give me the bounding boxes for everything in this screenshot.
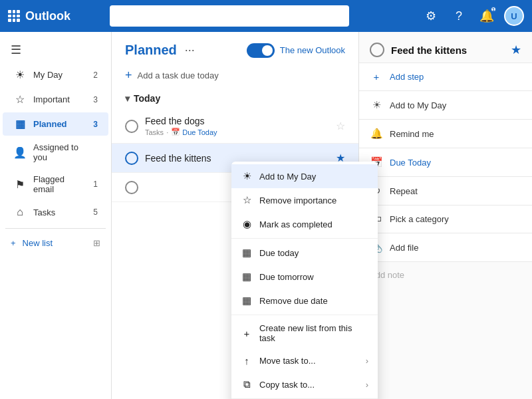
- star-outline-icon: ☆: [13, 93, 27, 106]
- sidebar-item-tasks-label: Tasks: [33, 207, 86, 217]
- top-bar: Outlook ⚙ ? 🔔 1 U: [0, 0, 532, 32]
- remind-me-label: Remind me: [390, 129, 434, 139]
- new-outlook-toggle[interactable]: The new Outlook: [247, 43, 345, 58]
- help-icon[interactable]: ?: [448, 5, 469, 27]
- add-task-icon: +: [125, 68, 132, 82]
- ctx-copy-task[interactable]: ⧉ Copy task to... ›: [231, 372, 378, 396]
- sidebar-item-my-day[interactable]: ☀ My Day 2: [3, 63, 108, 86]
- ctx-due-tomorrow[interactable]: ▦ Due tomorrow: [231, 265, 378, 289]
- task-circle-feed-kittens[interactable]: [125, 152, 138, 165]
- right-add-step[interactable]: + Add step: [359, 63, 532, 91]
- task-circle-feed-dogs[interactable]: [125, 120, 138, 133]
- hamburger-icon[interactable]: ☰: [0, 37, 111, 63]
- ctx-due-today[interactable]: ▦ Due today: [231, 241, 378, 265]
- right-pick-category[interactable]: 🏷 Pick a category: [359, 205, 532, 233]
- add-file-label: Add file: [390, 243, 418, 253]
- sidebar-item-tasks-count: 5: [93, 207, 98, 217]
- right-task-star[interactable]: ★: [511, 43, 521, 57]
- ctx-move-task[interactable]: ↑ Move task to... ›: [231, 349, 378, 372]
- ctx-due-today-label: Due today: [259, 248, 299, 258]
- toggle-control[interactable]: [247, 43, 275, 58]
- cal-remove-icon: ▦: [241, 295, 253, 307]
- ctx-create-new-list[interactable]: + Create new list from this task: [231, 317, 378, 349]
- ctx-due-tomorrow-label: Due tomorrow: [259, 272, 314, 282]
- dot-separator: ·: [166, 128, 168, 136]
- ctx-copy-task-label: Copy task to...: [259, 380, 315, 390]
- planned-icon: ▦: [13, 118, 27, 130]
- middle-panel: Planned ··· The new Outlook + Add a task…: [112, 32, 359, 399]
- waffle-icon[interactable]: [8, 10, 20, 22]
- sidebar-item-planned-count: 3: [93, 120, 98, 129]
- ctx-add-my-day[interactable]: ☀ Add to My Day: [231, 164, 378, 188]
- sun-icon: ☀: [13, 68, 27, 81]
- task-due-feed-dogs: 📅 Due Today: [171, 128, 217, 136]
- add-task-label: Add a task due today: [138, 70, 219, 80]
- ctx-add-my-day-label: Add to My Day: [259, 172, 316, 182]
- pick-category-label: Pick a category: [390, 214, 449, 224]
- task-circle-3[interactable]: [125, 181, 138, 194]
- task-list-feed-dogs: Tasks: [145, 128, 164, 136]
- right-panel: Feed the kittens ★ + Add step ☀ Add to M…: [359, 32, 532, 399]
- more-options-icon[interactable]: ···: [185, 43, 195, 57]
- right-remind-me[interactable]: 🔔 Remind me: [359, 120, 532, 148]
- plus-list-icon: +: [241, 328, 253, 339]
- sidebar-item-planned-label: Planned: [33, 119, 86, 129]
- right-due-today[interactable]: 📅 Due Today: [359, 148, 532, 177]
- sun-ctx-icon: ☀: [241, 170, 253, 182]
- settings-icon[interactable]: ⚙: [420, 5, 442, 27]
- right-task-title: Feed the kittens: [391, 45, 504, 56]
- task-item-feed-dogs[interactable]: Feed the dogs Tasks · 📅 Due Today ☆: [112, 109, 358, 144]
- ctx-create-new-list-label: Create new list from this task: [259, 323, 368, 343]
- sidebar-item-my-day-count: 2: [93, 70, 98, 80]
- new-list-label: New list: [23, 238, 53, 248]
- today-label: Today: [134, 93, 160, 104]
- ctx-mark-completed[interactable]: ◉ Mark as completed: [231, 212, 378, 236]
- sidebar-item-assigned[interactable]: 👤 Assigned to you: [3, 137, 108, 168]
- new-list-external-icon: ⊞: [93, 238, 100, 248]
- ctx-remove-due-label: Remove due date: [259, 296, 328, 306]
- sidebar-item-assigned-label: Assigned to you: [33, 142, 91, 162]
- right-task-circle[interactable]: [370, 43, 384, 57]
- move-task-icon: ↑: [241, 355, 253, 366]
- ctx-remove-importance-label: Remove importance: [259, 196, 336, 205]
- task-name-feed-dogs: Feed the dogs: [145, 116, 329, 126]
- right-panel-header: Feed the kittens ★: [359, 32, 532, 63]
- ctx-remove-due[interactable]: ▦ Remove due date: [231, 289, 378, 313]
- task-star-feed-dogs[interactable]: ☆: [336, 120, 345, 132]
- sidebar-item-flagged-label: Flagged email: [33, 174, 86, 194]
- add-task-row[interactable]: + Add a task due today: [112, 63, 358, 88]
- copy-task-arrow: ›: [366, 380, 368, 390]
- search-input[interactable]: [110, 5, 349, 27]
- sidebar-item-planned[interactable]: ▦ Planned 3: [3, 112, 108, 136]
- right-repeat[interactable]: ↻ Repeat: [359, 177, 532, 205]
- tasks-icon: ⌂: [13, 206, 27, 218]
- repeat-label: Repeat: [390, 186, 418, 196]
- sidebar-item-important-label: Important: [33, 94, 86, 104]
- search-bar[interactable]: [110, 5, 349, 27]
- ctx-divider-1: [231, 238, 378, 239]
- ctx-remove-importance[interactable]: ☆ Remove importance: [231, 188, 378, 212]
- avatar[interactable]: U: [504, 6, 524, 26]
- sidebar-item-flagged-count: 1: [93, 180, 98, 189]
- sidebar-item-important-count: 3: [93, 95, 98, 104]
- move-task-arrow: ›: [366, 356, 368, 366]
- plus-icon: +: [11, 238, 16, 248]
- calendar-icon: 📅: [171, 128, 180, 136]
- chevron-down-icon[interactable]: ▾: [125, 93, 130, 104]
- right-add-my-day[interactable]: ☀ Add to My Day: [359, 91, 532, 120]
- due-today-label: Due Today: [390, 158, 431, 168]
- panel-title: Planned: [125, 43, 177, 58]
- sidebar-item-important[interactable]: ☆ Important 3: [3, 88, 108, 111]
- add-note-area[interactable]: Add note: [359, 262, 532, 288]
- task-meta-feed-dogs: Tasks · 📅 Due Today: [145, 128, 329, 136]
- today-section-header: ▾ Today: [112, 88, 358, 109]
- sidebar: ☰ ☀ My Day 2 ☆ Important 3 ▦ Planned 3 👤…: [0, 32, 112, 399]
- toggle-label: The new Outlook: [280, 45, 345, 55]
- sidebar-item-flagged[interactable]: ⚑ Flagged email 1: [3, 169, 108, 200]
- flag-icon: ⚑: [13, 178, 27, 191]
- person-icon: 👤: [13, 146, 27, 159]
- sidebar-item-tasks[interactable]: ⌂ Tasks 5: [3, 201, 108, 223]
- new-list-button[interactable]: + New list ⊞: [0, 233, 111, 253]
- notification-icon[interactable]: 🔔 1: [476, 5, 497, 27]
- right-add-file[interactable]: 📎 Add file: [359, 233, 532, 262]
